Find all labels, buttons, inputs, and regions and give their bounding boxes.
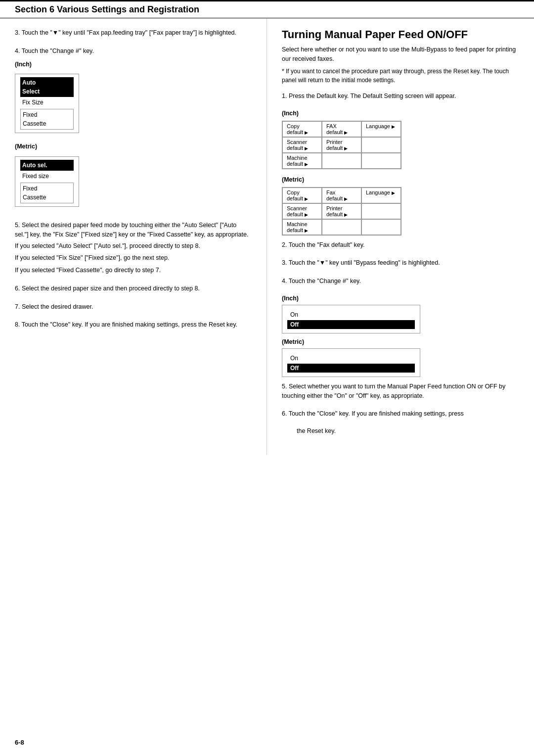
right-step-5: 5. Select whether you want to turn the M…: [282, 382, 519, 401]
right-step-4-text: 4. Touch the "Change #" key.: [282, 278, 361, 284]
step-8: 8. Touch the "Close" key. If you are fin…: [15, 320, 252, 330]
scanner-default-cell-metric[interactable]: Scannerdefault ▶: [282, 203, 322, 219]
inch-default-section: (Inch) Copydefault ▶ FAXdefault ▶ Langua…: [282, 110, 519, 174]
inch-grid-row-2: Scannerdefault ▶ Printerdefault ▶: [282, 137, 401, 153]
right-step-1-text: 1. Press the Default key. The Default Se…: [282, 93, 456, 99]
step-5-note-2: If you selected "Fix Size" ["Fixed size"…: [15, 253, 252, 263]
note-text: * If you want to cancel the procedure pa…: [282, 67, 519, 85]
metric-onoff-section: (Metric) On Off: [282, 338, 519, 377]
auto-sel-item[interactable]: Auto sel.: [20, 160, 74, 171]
inch-label-left: (Inch): [15, 60, 252, 69]
metric-label2-right: (Metric): [282, 338, 519, 345]
language-cell-metric[interactable]: Language ▶: [361, 188, 401, 203]
step-4-text: 4. Touch the "Change #" key.: [15, 47, 94, 54]
right-step-3-text: 3. Touch the "▼" key until "Bypass feedi…: [282, 259, 440, 266]
inch-on-item[interactable]: On: [287, 310, 415, 319]
metric-ui-box: Auto sel. Fixed size FixedCassette: [15, 156, 79, 207]
page: Section 6 Various Settings and Registrat…: [0, 0, 534, 756]
empty-cell-metric-3: [361, 219, 401, 235]
inch-onoff-box: On Off: [282, 305, 420, 333]
metric-default-section: (Metric) Copydefault ▶ Faxdefault ▶ Lang…: [282, 176, 519, 240]
auto-select-item[interactable]: AutoSelect: [20, 77, 74, 97]
step-5-note-1: If you selected "Auto Select" ["Auto sel…: [15, 241, 252, 251]
fix-size-item[interactable]: Fix Size: [20, 97, 74, 108]
metric-grid-row-3: Machinedefault ▶: [282, 219, 401, 235]
printer-default-cell-metric[interactable]: Printerdefault ▶: [322, 203, 361, 219]
right-step-1: 1. Press the Default key. The Default Se…: [282, 92, 519, 101]
inch-off-item[interactable]: Off: [287, 320, 415, 329]
metric-label-left: (Metric): [15, 142, 252, 151]
right-step-6-text: 6. Touch the "Close" key. If you are fin…: [282, 410, 464, 417]
step-5-note-3: If you selected "Fixed Cassette", go dir…: [15, 266, 252, 275]
step-3: 3. Touch the "▼" key until "Fax pap.feed…: [15, 28, 252, 38]
section-title: Section 6 Various Settings and Registrat…: [15, 4, 199, 14]
fixed-size-item[interactable]: Fixed size: [20, 171, 74, 182]
inch-label-right: (Inch): [282, 110, 519, 117]
machine-default-cell-metric[interactable]: Machinedefault ▶: [282, 219, 322, 235]
fax-default-cell-inch[interactable]: FAXdefault ▶: [322, 121, 361, 137]
page-number: 6-8: [15, 739, 24, 746]
metric-on-item[interactable]: On: [287, 354, 415, 363]
metric-onoff-box: On Off: [282, 348, 420, 377]
right-step-2-text: 2. Touch the "Fax default" key.: [282, 241, 365, 248]
step-3-text: 3. Touch the "▼" key until "Fax pap.feed…: [15, 29, 236, 36]
inch-onoff-section: (Inch) On Off: [282, 295, 519, 333]
fixed-cassette-item[interactable]: FixedCassette: [20, 109, 74, 130]
intro-text: Select here whether or not you want to u…: [282, 45, 519, 64]
metric-off-item[interactable]: Off: [287, 364, 415, 373]
step-8-text: 8. Touch the "Close" key. If you are fin…: [15, 321, 237, 328]
empty-cell-inch-2: [322, 153, 361, 169]
scanner-default-cell-inch[interactable]: Scannerdefault ▶: [282, 137, 322, 153]
section-header: Section 6 Various Settings and Registrat…: [0, 0, 534, 18]
metric-default-grid: Copydefault ▶ Faxdefault ▶ Language ▶ Sc…: [282, 187, 401, 236]
metric-label-right: (Metric): [282, 176, 519, 183]
empty-cell-inch-1: [361, 137, 401, 153]
machine-default-cell-inch[interactable]: Machinedefault ▶: [282, 153, 322, 169]
fixed-cassette-metric-item[interactable]: FixedCassette: [20, 183, 74, 203]
step-6-text: 6. Select the desired paper size and the…: [15, 285, 200, 292]
step-5: 5. Select the desired paper feed mode by…: [15, 221, 252, 275]
right-column: Turning Manual Paper Feed ON/OFF Select …: [267, 18, 534, 455]
right-step-4: 4. Touch the "Change #" key.: [282, 277, 519, 286]
metric-grid-row-2: Scannerdefault ▶ Printerdefault ▶: [282, 203, 401, 219]
inch-grid-row-1: Copydefault ▶ FAXdefault ▶ Language ▶: [282, 121, 401, 137]
right-step-5-text: 5. Select whether you want to turn the M…: [282, 383, 505, 399]
fax-default-cell-metric[interactable]: Faxdefault ▶: [322, 188, 361, 203]
empty-cell-metric-1: [361, 203, 401, 219]
right-step-2: 2. Touch the "Fax default" key.: [282, 240, 519, 250]
empty-cell-metric-2: [322, 219, 361, 235]
copy-default-cell-metric[interactable]: Copydefault ▶: [282, 188, 322, 203]
empty-cell-inch-3: [361, 153, 401, 169]
inch-ui-box: AutoSelect Fix Size FixedCassette: [15, 74, 79, 133]
metric-grid-row-1: Copydefault ▶ Faxdefault ▶ Language ▶: [282, 188, 401, 203]
left-column: 3. Touch the "▼" key until "Fax pap.feed…: [0, 18, 267, 455]
step-5-text: 5. Select the desired paper feed mode by…: [15, 222, 248, 238]
inch-label2-right: (Inch): [282, 295, 519, 302]
language-cell-inch[interactable]: Language ▶: [361, 121, 401, 137]
inch-default-grid: Copydefault ▶ FAXdefault ▶ Language ▶ Sc…: [282, 121, 401, 169]
step-7-text: 7. Select the desired drawer.: [15, 303, 93, 310]
copy-default-cell[interactable]: Copydefault ▶: [282, 121, 322, 137]
step-6: 6. Select the desired paper size and the…: [15, 284, 252, 293]
inch-grid-row-3: Machinedefault ▶: [282, 153, 401, 169]
step-4: 4. Touch the "Change #" key. (Inch) Auto…: [15, 47, 252, 212]
right-section-title: Turning Manual Paper Feed ON/OFF: [282, 28, 519, 41]
right-step-3: 3. Touch the "▼" key until "Bypass feedi…: [282, 258, 519, 268]
printer-default-cell-inch[interactable]: Printerdefault ▶: [322, 137, 361, 153]
right-step-6: 6. Touch the "Close" key. If you are fin…: [282, 409, 519, 436]
right-step-6b-text: the Reset key.: [297, 427, 336, 434]
step-7: 7. Select the desired drawer.: [15, 302, 252, 312]
